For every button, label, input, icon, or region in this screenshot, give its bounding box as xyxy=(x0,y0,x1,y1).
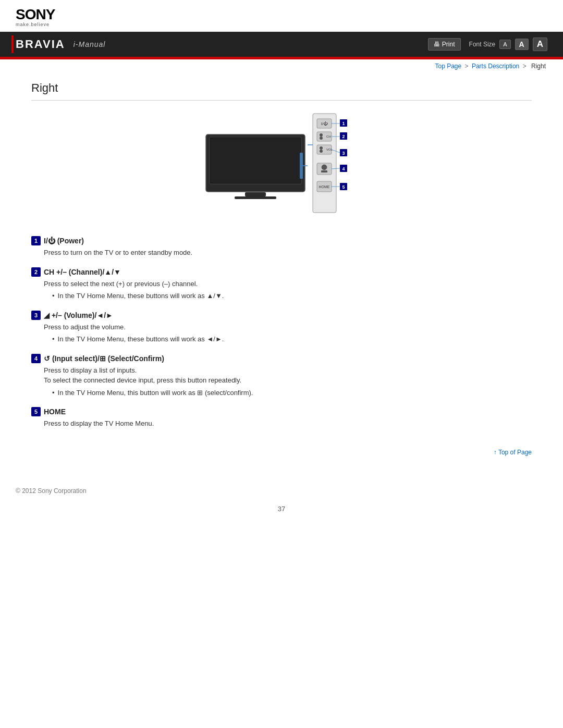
item-desc-3: Press to adjust the volume. xyxy=(44,322,532,332)
item-label-3: ◢ +/– (Volume)/◄/► xyxy=(44,311,113,319)
item-desc-2: Press to select the next (+) or previous… xyxy=(44,279,532,289)
svg-text:4: 4 xyxy=(342,166,345,171)
svg-text:5: 5 xyxy=(342,184,345,190)
nav-imanual-label: i-Manual xyxy=(74,40,106,48)
top-of-page-arrow: ↑ xyxy=(494,449,497,456)
item-title-5: 5 HOME xyxy=(31,407,532,416)
tv-illustration xyxy=(203,132,308,200)
breadcrumb-current: Right xyxy=(531,63,546,70)
item-title-4: 4 ↺ (Input select)/⊞ (Select/Confirm) xyxy=(31,354,532,363)
item-num-2: 2 xyxy=(31,267,41,277)
breadcrumb-top-page[interactable]: Top Page xyxy=(435,63,461,70)
item-title-3: 3 ◢ +/– (Volume)/◄/► xyxy=(31,311,532,320)
item-num-1: 1 xyxy=(31,236,41,245)
item-section-3: 3 ◢ +/– (Volume)/◄/► Press to adjust the… xyxy=(31,311,532,344)
item-num-3: 3 xyxy=(31,311,41,320)
top-of-page-area: ↑ Top of Page xyxy=(31,438,532,461)
print-icon: 🖶 xyxy=(434,41,440,48)
footer: © 2012 Sony Corporation xyxy=(0,482,563,500)
svg-text:CH: CH xyxy=(326,135,331,138)
item-section-4: 4 ↺ (Input select)/⊞ (Select/Confirm) Pr… xyxy=(31,354,532,398)
svg-point-29 xyxy=(322,165,327,170)
item-desc-4b: To select the connected device input, pr… xyxy=(44,375,532,386)
svg-text:I/⏻: I/⏻ xyxy=(321,121,328,126)
tv-diagram: I/⏻ 1 CH 2 VOL xyxy=(203,111,360,220)
item-bullet-2-1: In the TV Home Menu, these buttons will … xyxy=(52,291,532,301)
font-medium-button[interactable]: A xyxy=(515,39,529,50)
svg-point-22 xyxy=(320,146,323,150)
sony-tagline: make.believe xyxy=(16,22,50,27)
svg-point-16 xyxy=(320,137,323,140)
svg-point-23 xyxy=(320,150,323,153)
sony-logo: SONY make.believe xyxy=(16,6,547,27)
breadcrumb-sep1: > xyxy=(465,63,469,70)
content-area: Right xyxy=(0,73,563,482)
print-label: Print xyxy=(442,41,455,48)
top-of-page-label: Top of Page xyxy=(498,449,532,456)
nav-bar: BRAVIA i-Manual 🖶 Print Font Size A A A xyxy=(0,32,563,57)
item-section-1: 1 I/⏻ (Power) Press to turn on the TV or… xyxy=(31,236,532,258)
svg-text:3: 3 xyxy=(342,151,345,156)
item-num-5: 5 xyxy=(31,407,41,416)
item-desc-5: Press to display the TV Home Menu. xyxy=(44,418,532,429)
item-title-1: 1 I/⏻ (Power) xyxy=(31,236,532,245)
breadcrumb-parts-description[interactable]: Parts Description xyxy=(472,63,519,70)
item-bullet-4-1: In the TV Home Menu, this button will wo… xyxy=(52,388,532,398)
svg-rect-30 xyxy=(321,170,327,172)
font-large-button[interactable]: A xyxy=(533,38,547,51)
item-bullet-3-1: In the TV Home Menu, these buttons will … xyxy=(52,334,532,344)
item-label-5: HOME xyxy=(44,408,66,416)
breadcrumb-sep2: > xyxy=(523,63,527,70)
svg-rect-4 xyxy=(235,196,276,199)
item-section-5: 5 HOME Press to display the TV Home Menu… xyxy=(31,407,532,429)
sony-wordmark: SONY xyxy=(16,6,55,23)
diagram-area: I/⏻ 1 CH 2 VOL xyxy=(31,111,532,220)
svg-rect-3 xyxy=(245,192,266,196)
item-label-4: ↺ (Input select)/⊞ (Select/Confirm) xyxy=(44,354,164,363)
item-desc-4a: Press to display a list of inputs. xyxy=(44,365,532,376)
svg-text:2: 2 xyxy=(342,134,345,139)
nav-bar-right: 🖶 Print Font Size A A A xyxy=(428,38,547,51)
item-title-2: 2 CH +/– (Channel)/▲/▼ xyxy=(31,267,532,277)
bravia-logo: BRAVIA xyxy=(16,38,65,51)
svg-rect-5 xyxy=(300,153,303,179)
item-label-1: I/⏻ (Power) xyxy=(44,237,84,245)
page-number: 37 xyxy=(0,500,563,518)
copyright: © 2012 Sony Corporation xyxy=(16,487,87,495)
font-small-button[interactable]: A xyxy=(499,40,510,49)
top-bar: SONY make.believe xyxy=(0,0,563,32)
font-size-label: Font Size xyxy=(469,41,496,48)
nav-bar-left: BRAVIA i-Manual xyxy=(16,38,105,51)
top-of-page-link[interactable]: ↑ Top of Page xyxy=(494,449,532,456)
side-panel-diagram: I/⏻ 1 CH 2 VOL xyxy=(308,111,360,220)
svg-point-15 xyxy=(320,133,323,137)
breadcrumb: Top Page > Parts Description > Right xyxy=(0,59,563,73)
svg-rect-2 xyxy=(211,138,300,183)
page-title: Right xyxy=(31,73,532,101)
svg-text:1: 1 xyxy=(342,121,345,126)
print-button[interactable]: 🖶 Print xyxy=(428,38,461,51)
item-desc-1: Press to turn on the TV or to enter stan… xyxy=(44,248,532,258)
item-section-2: 2 CH +/– (Channel)/▲/▼ Press to select t… xyxy=(31,267,532,301)
svg-text:HOME: HOME xyxy=(319,185,330,189)
item-num-4: 4 xyxy=(31,354,41,363)
item-label-2: CH +/– (Channel)/▲/▼ xyxy=(44,268,121,276)
